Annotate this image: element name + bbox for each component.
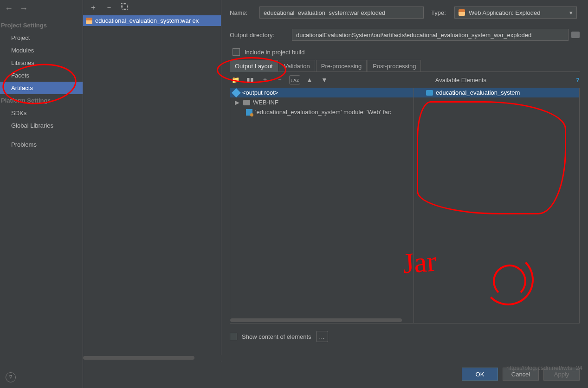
- nav-forward-icon[interactable]: →: [19, 4, 28, 13]
- output-dir-label: Output directory:: [230, 32, 287, 39]
- type-value: Web Application: Exploded: [469, 9, 540, 16]
- add-artifact-icon[interactable]: ＋: [90, 3, 97, 13]
- webinf-row[interactable]: ▶ WEB-INF: [230, 97, 414, 107]
- include-build-checkbox[interactable]: [233, 48, 240, 56]
- artifact-list-item[interactable]: educational_evaluation_system:war ex: [83, 15, 221, 26]
- cancel-button[interactable]: Cancel: [503, 368, 539, 381]
- nav-sdks[interactable]: SDKs: [0, 107, 83, 119]
- ok-button[interactable]: OK: [462, 368, 498, 381]
- folder-icon: [243, 100, 250, 105]
- move-down-icon[interactable]: ▼: [319, 75, 330, 85]
- module-folder-icon: [426, 90, 433, 96]
- output-dir-input[interactable]: [292, 29, 569, 41]
- settings-sidebar: ← → Project Settings Project Modules Lib…: [0, 0, 83, 388]
- nav-modules[interactable]: Modules: [0, 44, 83, 57]
- nav-back-icon[interactable]: ←: [5, 4, 13, 13]
- help-button[interactable]: ?: [6, 372, 16, 382]
- artifact-tabs: Output Layout Validation Pre-processing …: [230, 59, 580, 72]
- webinf-label: WEB-INF: [253, 99, 278, 106]
- artifact-toolbar: ＋ － ⿻: [83, 0, 221, 15]
- available-root-label: educational_evaluation_system: [436, 89, 520, 96]
- sort-button[interactable]: ↓ᴀz: [289, 75, 300, 84]
- output-root-row[interactable]: <output root>: [230, 88, 414, 97]
- add-copy-icon[interactable]: ＋: [259, 75, 271, 85]
- remove-artifact-icon[interactable]: －: [105, 3, 113, 13]
- nav-artifacts[interactable]: Artifacts: [0, 82, 83, 94]
- output-tree: <output root> ▶ WEB-INF 'educational_eva…: [230, 88, 414, 323]
- show-content-browse-button[interactable]: …: [316, 331, 328, 342]
- nav-problems[interactable]: Problems: [0, 138, 83, 151]
- artifact-type-icon: [459, 9, 465, 16]
- expand-icon[interactable]: ▶: [235, 99, 240, 106]
- web-facet-icon: [246, 109, 252, 116]
- web-facet-label: 'educational_evaluation_system' module: …: [255, 109, 391, 116]
- new-folder-icon[interactable]: 📁: [230, 75, 241, 85]
- name-input[interactable]: [259, 6, 424, 19]
- layout-toolbar: 📁 ▮▮ ＋ － ↓ᴀz ▲ ▼ Available Elements ?: [221, 72, 588, 88]
- artifact-detail-panel: Name: Type: Web Application: Exploded ▾ …: [221, 0, 588, 388]
- artifact-hscrollbar[interactable]: [83, 355, 221, 361]
- available-elements-label: Available Elements: [435, 77, 486, 84]
- type-label: Type:: [431, 9, 450, 16]
- web-facet-row[interactable]: 'educational_evaluation_system' module: …: [230, 107, 414, 117]
- chevron-down-icon: ▾: [569, 9, 573, 16]
- type-select[interactable]: Web Application: Exploded ▾: [454, 6, 577, 19]
- available-elements-tree: educational_evaluation_system: [414, 88, 579, 323]
- show-content-label: Show content of elements: [242, 333, 311, 340]
- available-root-row[interactable]: educational_evaluation_system: [414, 88, 579, 97]
- nav-project[interactable]: Project: [0, 32, 83, 44]
- artifact-list-panel: ＋ － ⿻ educational_evaluation_system:war …: [83, 0, 221, 362]
- browse-dir-icon[interactable]: [571, 32, 580, 38]
- artifact-name: educational_evaluation_system:war ex: [95, 17, 199, 24]
- platform-settings-heading: Platform Settings: [0, 94, 83, 107]
- nav-facets[interactable]: Facets: [0, 69, 83, 82]
- project-settings-heading: Project Settings: [0, 19, 83, 32]
- include-build-label: Include in project build: [245, 49, 304, 56]
- dialog-buttons: OK Cancel Apply: [462, 368, 580, 381]
- tab-output-layout[interactable]: Output Layout: [230, 60, 278, 72]
- nav-global-libraries[interactable]: Global Libraries: [0, 119, 83, 132]
- output-root-label: <output root>: [242, 89, 278, 96]
- help-icon[interactable]: ?: [576, 77, 580, 84]
- output-root-icon: [232, 88, 241, 97]
- remove-entry-icon[interactable]: －: [274, 75, 285, 85]
- tab-pre-processing[interactable]: Pre-processing: [316, 60, 367, 72]
- artifact-icon: [86, 18, 92, 24]
- output-tree-hscrollbar[interactable]: [230, 317, 414, 323]
- apply-button[interactable]: Apply: [543, 368, 580, 381]
- move-up-icon[interactable]: ▲: [304, 75, 315, 85]
- new-archive-icon[interactable]: ▮▮: [245, 75, 256, 85]
- nav-libraries[interactable]: Libraries: [0, 57, 83, 69]
- layout-tree-panes: <output root> ▶ WEB-INF 'educational_eva…: [230, 88, 580, 323]
- show-content-checkbox[interactable]: [230, 333, 237, 340]
- copy-artifact-icon[interactable]: ⿻: [121, 3, 129, 13]
- name-label: Name:: [230, 9, 255, 16]
- tab-validation[interactable]: Validation: [279, 60, 315, 72]
- tab-post-processing[interactable]: Post-processing: [368, 60, 421, 72]
